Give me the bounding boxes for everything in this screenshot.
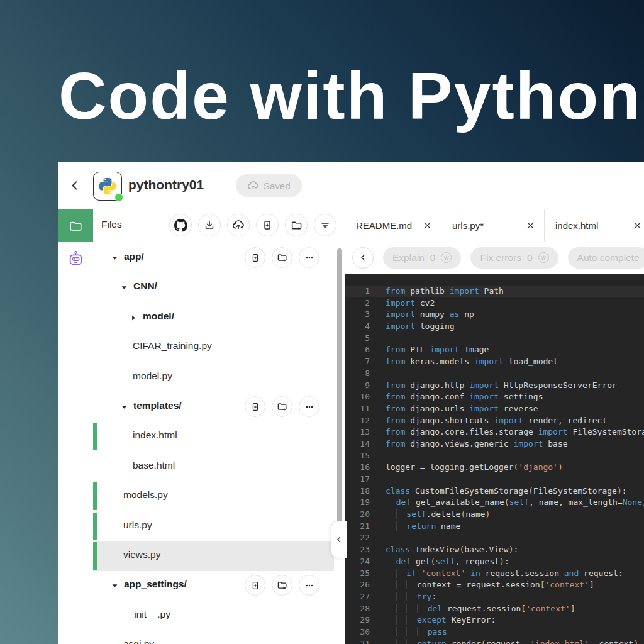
line-number: 7	[345, 356, 370, 368]
upload-button[interactable]	[227, 214, 250, 236]
code-line: 24 def get(self, request):	[345, 556, 644, 568]
code-line: 22	[345, 532, 644, 544]
new-file-icon	[262, 219, 273, 231]
tree-item-label: __init__.py	[123, 609, 170, 620]
chevron-down-icon[interactable]	[111, 582, 118, 589]
more-options-button[interactable]	[299, 247, 319, 268]
more-options-button[interactable]	[299, 396, 319, 417]
saved-label: Saved	[264, 180, 291, 191]
chevron-down-icon[interactable]	[121, 404, 128, 411]
explain-label: Explain	[392, 252, 425, 264]
tab-label: README.md	[356, 220, 412, 231]
files-panel-header: Files	[93, 209, 345, 242]
more-options-button[interactable]	[299, 575, 319, 596]
autocomplete-button[interactable]: Auto complete	[568, 247, 644, 269]
chevron-right-icon[interactable]	[130, 314, 137, 321]
new-folder-button[interactable]	[272, 247, 292, 268]
code-text: from pathlib import Path	[386, 286, 504, 297]
chevron-down-icon[interactable]	[121, 284, 128, 291]
new-folder-button[interactable]	[272, 396, 292, 417]
tree-folder-app-[interactable]: app/	[93, 243, 334, 273]
modified-indicator-bar	[93, 423, 97, 450]
tab-close-icon[interactable]	[418, 221, 432, 230]
explain-count: 0	[430, 252, 436, 264]
code-line: 16logger = logging.getLogger('django')	[345, 462, 644, 474]
tree-file-model-py[interactable]: model.py	[93, 363, 334, 392]
file-tree: app/CNN/model/CIFAR_training.pymodel.pyt…	[93, 242, 334, 644]
code-text: from django.shortcuts import render, red…	[386, 415, 607, 427]
tree-item-label: index.html	[133, 430, 177, 441]
cloud-upload-icon	[232, 219, 245, 231]
code-line: 21 return name	[345, 521, 644, 533]
python-logo-icon	[98, 177, 117, 196]
new-file-button[interactable]	[245, 247, 265, 268]
tree-item-label: base.html	[133, 460, 175, 471]
tree-file--init-py[interactable]: __init__.py	[93, 601, 334, 631]
github-button[interactable]	[169, 214, 192, 236]
folder-row-actions	[245, 575, 319, 596]
tree-item-label: templates/	[133, 400, 182, 411]
tab-readme-md[interactable]: README.md	[345, 209, 441, 242]
download-button[interactable]	[198, 214, 221, 236]
tab-close-icon[interactable]	[521, 221, 535, 230]
line-number: 19	[345, 497, 370, 509]
tab-close-icon[interactable]	[628, 221, 642, 230]
scrollbar-thumb[interactable]	[337, 248, 342, 535]
code-text: class IndexView(base.View):	[386, 544, 518, 556]
code-text: def get(self, request):	[386, 556, 509, 568]
code-line: 4import logging	[345, 321, 644, 333]
back-button[interactable]	[68, 179, 82, 192]
code-text: class CustomFileSystemStorage(FileSystem…	[386, 486, 627, 497]
tree-item-label: model/	[143, 311, 174, 322]
status-dot	[114, 193, 123, 202]
new-file-button[interactable]	[245, 396, 265, 417]
chevron-down-icon[interactable]	[111, 255, 118, 262]
robot-icon	[67, 250, 84, 267]
line-number: 29	[345, 614, 370, 626]
download-icon	[204, 219, 215, 231]
code-line: 13from django.core.files.storage import …	[345, 426, 644, 438]
new-folder-button[interactable]	[285, 214, 308, 236]
tree-file-urls-py[interactable]: urls.py	[93, 512, 334, 541]
folder-icon	[69, 219, 82, 233]
explain-button[interactable]: Explain 0 w	[383, 247, 461, 269]
tab-bar: README.mdurls.py*index.html	[345, 209, 644, 242]
line-number: 28	[345, 603, 370, 615]
new-folder-button[interactable]	[272, 575, 292, 596]
hero-title: Code with Python	[58, 62, 641, 129]
tree-file-asgi-py[interactable]: asgi.py	[93, 631, 334, 644]
tree-file-views-py[interactable]: views.py	[93, 541, 334, 571]
tree-folder-templates-[interactable]: templates/	[93, 392, 334, 422]
tree-file-base-html[interactable]: base.html	[93, 452, 334, 482]
tab-urls-py-[interactable]: urls.py*	[441, 209, 545, 242]
line-number: 4	[345, 321, 370, 333]
tree-folder-app-settings-[interactable]: app_settings/	[93, 571, 334, 601]
tree-file-models-py[interactable]: models.py	[93, 482, 334, 511]
fix-errors-button[interactable]: Fix errors 0 w	[470, 247, 558, 269]
code-line: 15	[345, 450, 644, 462]
tree-file-index-html[interactable]: index.html	[93, 422, 334, 452]
editor-back-button[interactable]	[352, 247, 374, 269]
code-line: 27 try:	[345, 591, 644, 603]
tree-folder-model-[interactable]: model/	[93, 303, 334, 333]
rail-assistant-button[interactable]	[58, 242, 93, 275]
panel-collapse-handle[interactable]	[331, 521, 347, 558]
filter-button[interactable]	[314, 214, 336, 236]
code-text: if 'context' in request.session and requ…	[386, 568, 623, 580]
line-number: 30	[345, 626, 370, 638]
saved-button[interactable]: Saved	[236, 174, 302, 197]
tab-index-html[interactable]: index.html	[545, 209, 644, 242]
new-file-button[interactable]	[256, 214, 279, 236]
file-tree-scrollbar[interactable]	[334, 242, 345, 644]
new-file-button[interactable]	[245, 575, 265, 596]
tab-label: index.html	[555, 220, 598, 231]
rail-files-button[interactable]	[58, 209, 93, 242]
code-editor[interactable]: 1from pathlib import Path2import cv23imp…	[345, 274, 644, 644]
tree-file-cifar-training-py[interactable]: CIFAR_training.py	[93, 333, 334, 362]
credit-coin-icon: w	[441, 252, 452, 263]
line-number: 27	[345, 591, 370, 603]
line-number: 12	[345, 415, 370, 427]
tree-folder-cnn-[interactable]: CNN/	[93, 273, 334, 303]
code-line: 23class IndexView(base.View):	[345, 544, 644, 556]
code-line: 17	[345, 474, 644, 486]
